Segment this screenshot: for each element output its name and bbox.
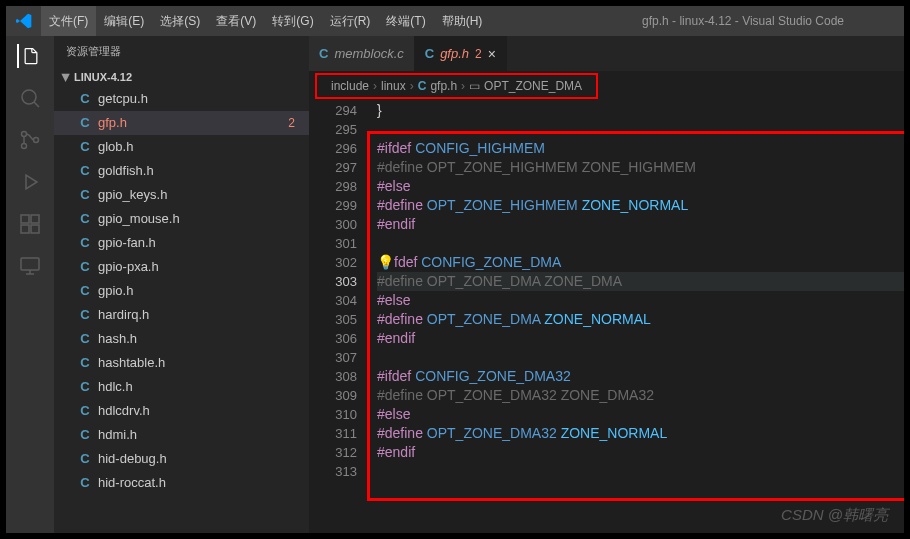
file-name: getcpu.h (98, 88, 148, 110)
code-line[interactable]: #ifdef CONFIG_ZONE_DMA32 (377, 367, 904, 386)
code-line[interactable]: #define OPT_ZONE_HIGHMEM ZONE_NORMAL (377, 196, 904, 215)
c-lang-icon: C (319, 46, 328, 61)
code-line[interactable]: #else (377, 405, 904, 424)
code-line[interactable]: #define OPT_ZONE_DMA32 ZONE_NORMAL (377, 424, 904, 443)
code-line[interactable] (377, 120, 904, 139)
menu-6[interactable]: 终端(T) (378, 6, 433, 36)
folder-header[interactable]: ▶LINUX-4.12 (54, 67, 309, 87)
svg-rect-6 (21, 225, 29, 233)
remote-icon[interactable] (18, 254, 42, 278)
activity-bar (6, 36, 54, 533)
breadcrumb[interactable]: include›linux›Cgfp.h›▭ OPT_ZONE_DMA (315, 73, 598, 99)
file-item[interactable]: Cglob.h (54, 135, 309, 159)
file-item[interactable]: Chdlcdrv.h (54, 399, 309, 423)
debug-icon[interactable] (18, 170, 42, 194)
file-item[interactable]: Chash.h (54, 327, 309, 351)
line-number: 308 (309, 367, 357, 386)
file-item[interactable]: Cgfp.h2 (54, 111, 309, 135)
file-item[interactable]: Chashtable.h (54, 351, 309, 375)
file-item[interactable]: Cgetcpu.h (54, 87, 309, 111)
c-lang-icon: C (78, 472, 92, 494)
file-name: hid-roccat.h (98, 472, 166, 494)
code-line[interactable]: #ifdef CONFIG_HIGHMEM (377, 139, 904, 158)
file-item[interactable]: Cgoldfish.h (54, 159, 309, 183)
line-number: 306 (309, 329, 357, 348)
menu-3[interactable]: 查看(V) (208, 6, 264, 36)
code-line[interactable]: #define OPT_ZONE_HIGHMEM ZONE_HIGHMEM (377, 158, 904, 177)
svg-point-1 (22, 132, 27, 137)
svg-point-2 (22, 144, 27, 149)
vscode-logo-icon (6, 13, 41, 29)
code-line[interactable]: #endif (377, 443, 904, 462)
breadcrumb-symbol[interactable]: OPT_ZONE_DMA (484, 79, 582, 93)
code-line[interactable]: #define OPT_ZONE_DMA ZONE_NORMAL (377, 310, 904, 329)
file-name: gfp.h (98, 112, 127, 134)
c-lang-icon: C (78, 328, 92, 350)
code-line[interactable]: #else (377, 291, 904, 310)
c-lang-icon: C (78, 280, 92, 302)
c-lang-icon: C (78, 208, 92, 230)
search-icon[interactable] (18, 86, 42, 110)
code-line[interactable]: #define OPT_ZONE_DMA ZONE_DMA (377, 272, 904, 291)
line-number: 305 (309, 310, 357, 329)
menu-1[interactable]: 编辑(E) (96, 6, 152, 36)
line-gutter: 2942952962972982993003013023033043053063… (309, 101, 377, 481)
editor-tab[interactable]: Cgfp.h2× (415, 36, 507, 71)
code-lines[interactable]: }#ifdef CONFIG_HIGHMEM#define OPT_ZONE_H… (377, 101, 904, 481)
tab-name: gfp.h (440, 46, 469, 61)
file-item[interactable]: Chdmi.h (54, 423, 309, 447)
line-number: 294 (309, 101, 357, 120)
code-line[interactable] (377, 234, 904, 253)
close-icon[interactable]: × (488, 46, 496, 62)
file-item[interactable]: Cgpio.h (54, 279, 309, 303)
file-item[interactable]: Chid-debug.h (54, 447, 309, 471)
file-name: gpio-pxa.h (98, 256, 159, 278)
menu-7[interactable]: 帮助(H) (434, 6, 491, 36)
explorer-icon[interactable] (17, 44, 41, 68)
menu-5[interactable]: 运行(R) (322, 6, 379, 36)
code-line[interactable]: 💡fdef CONFIG_ZONE_DMA (377, 253, 904, 272)
c-lang-icon: C (78, 424, 92, 446)
line-number: 307 (309, 348, 357, 367)
extensions-icon[interactable] (18, 212, 42, 236)
file-name: hid-debug.h (98, 448, 167, 470)
code-line[interactable]: } (377, 101, 904, 120)
code-line[interactable]: #else (377, 177, 904, 196)
line-number: 301 (309, 234, 357, 253)
editor-tab[interactable]: Cmemblock.c (309, 36, 415, 71)
c-lang-icon: C (78, 304, 92, 326)
code-editor[interactable]: 2942952962972982993003013023033043053063… (309, 101, 904, 481)
line-number: 302 (309, 253, 357, 272)
file-item[interactable]: Cgpio_keys.h (54, 183, 309, 207)
file-item[interactable]: Chardirq.h (54, 303, 309, 327)
line-number: 309 (309, 386, 357, 405)
code-line[interactable]: #define OPT_ZONE_DMA32 ZONE_DMA32 (377, 386, 904, 405)
file-name: hdlc.h (98, 376, 133, 398)
problems-badge: 2 (288, 112, 295, 134)
menu-2[interactable]: 选择(S) (152, 6, 208, 36)
chevron-right-icon: › (461, 79, 465, 93)
symbol-icon: ▭ (469, 79, 480, 93)
svg-rect-7 (31, 225, 39, 233)
sidebar: 资源管理器 ▶LINUX-4.12 Cgetcpu.hCgfp.h2Cglob.… (54, 36, 309, 533)
code-line[interactable]: #endif (377, 329, 904, 348)
file-item[interactable]: Cgpio-pxa.h (54, 255, 309, 279)
c-lang-icon: C (78, 400, 92, 422)
svg-point-0 (22, 90, 36, 104)
breadcrumb-part[interactable]: linux (381, 79, 406, 93)
menu-0[interactable]: 文件(F) (41, 6, 96, 36)
code-line[interactable] (377, 462, 904, 481)
breadcrumb-file[interactable]: gfp.h (430, 79, 457, 93)
file-item[interactable]: Chid-roccat.h (54, 471, 309, 495)
menu-4[interactable]: 转到(G) (264, 6, 321, 36)
code-line[interactable] (377, 348, 904, 367)
file-item[interactable]: Cgpio_mouse.h (54, 207, 309, 231)
file-item[interactable]: Cgpio-fan.h (54, 231, 309, 255)
tab-badge: 2 (475, 47, 482, 61)
c-lang-icon: C (418, 79, 427, 93)
source-control-icon[interactable] (18, 128, 42, 152)
code-line[interactable]: #endif (377, 215, 904, 234)
file-item[interactable]: Chdlc.h (54, 375, 309, 399)
editor-area: Cmemblock.cCgfp.h2× include›linux›Cgfp.h… (309, 36, 904, 533)
breadcrumb-part[interactable]: include (331, 79, 369, 93)
